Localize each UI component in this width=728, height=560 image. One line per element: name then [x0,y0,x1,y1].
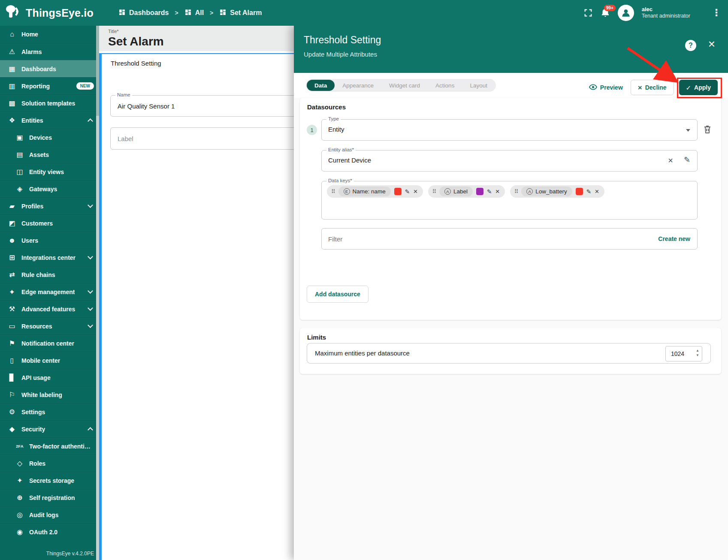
datasource-type-select[interactable]: Type Entity [321,119,698,141]
sidebar-item-profiles[interactable]: ▰Profiles [0,197,99,214]
sidebar-item-advanced-features[interactable]: ⚒Advanced features [0,300,99,317]
sidebar-scrollbar[interactable] [96,26,99,560]
sidebar-item-solution-templates[interactable]: ▩Solution templates [0,94,99,111]
sidebar-item-white-labeling[interactable]: ⚐White labeling [0,386,99,403]
key-color-swatch[interactable] [576,188,583,195]
tab-actions[interactable]: Actions [428,80,462,91]
key-color-swatch[interactable] [394,188,402,195]
sidebar-item-notification-center[interactable]: ⚑Notification center [0,334,99,352]
tab-layout[interactable]: Layout [462,80,495,91]
sidebar-item-self-registration[interactable]: ⊕Self registration [0,489,99,506]
sidebar-item-audit-logs[interactable]: ◎Audit logs [0,506,99,523]
drag-handle-icon[interactable]: ⠿ [432,188,436,195]
sidebar-item-customers[interactable]: ◩Customers [0,214,99,232]
sidebar-item-assets[interactable]: ▤Assets [0,146,99,163]
sidebar-item-integrations-center[interactable]: ⊞Integrations center [0,249,99,266]
sidebar-item-api-usage[interactable]: ▊API usage [0,369,99,386]
sidebar-item-security[interactable]: ◆Security [0,420,99,437]
sidebar-item-reporting[interactable]: ▥ReportingNEW [0,77,99,94]
clear-alias-icon[interactable]: × [668,156,673,165]
widget-name-input[interactable] [111,96,294,116]
sidebar-item-users[interactable]: ☻Users [0,232,99,249]
tab-data[interactable]: Data [307,80,335,91]
number-stepper[interactable]: ▲▼ [696,349,699,357]
settings-icon: ⚙ [7,408,17,416]
sidebar-item-home[interactable]: ⌂Home [0,26,99,43]
selected-widget-card[interactable]: Threshold Setting Name [99,53,294,560]
add-datasource-button[interactable]: Add datasource [307,286,369,303]
entity-alias-field[interactable]: Entity alias* Current Device × ✎ [321,150,698,172]
resources-icon: ▭ [7,322,17,330]
dashboard-grid-icon [118,9,126,18]
edit-key-icon[interactable]: ✎ [487,188,492,195]
sidebar-item-label: Solution templates [21,100,75,107]
chevron-down-icon[interactable] [686,129,690,132]
key-type-icon: E [344,188,350,195]
sidebar-item-roles[interactable]: ◇Roles [0,455,99,472]
remove-key-icon[interactable]: × [414,188,418,195]
decline-button[interactable]: × Decline [631,80,674,95]
sidebar-item-label: Two-factor authenticati… [29,443,94,450]
sidebar-item-two-factor-authenticati[interactable]: 2FATwo-factor authenticati… [0,437,99,455]
data-keys-field[interactable]: Data keys* ⠿EName: name✎×⠿ALabel✎×⠿ALow_… [321,181,698,220]
app-logo[interactable]: ThingsEye.io [0,5,103,21]
sidebar-item-entities[interactable]: ❖Entities [0,111,99,129]
sidebar-item-label: Security [21,426,45,433]
widget-name-field: Name [110,95,294,117]
widget-label-input[interactable] [111,128,294,149]
drag-handle-icon[interactable]: ⠿ [514,188,518,195]
sidebar-item-dashboards[interactable]: ▦Dashboards [0,60,99,77]
sidebar-item-settings[interactable]: ⚙Settings [0,403,99,420]
dashboard-title[interactable]: Set Alarm [108,35,294,48]
close-icon[interactable]: × [708,38,715,50]
breadcrumb-item-dashboards[interactable]: Dashboards [118,9,169,18]
data-key-chip-name-name[interactable]: ⠿EName: name✎× [327,185,423,198]
sidebar-item-edge-management[interactable]: ⌖Edge management [0,283,99,300]
max-entities-input[interactable] [666,346,690,361]
data-key-chip-label[interactable]: ⠿ALabel✎× [428,185,505,198]
remove-key-icon[interactable]: × [595,188,599,195]
sidebar-item-rule-chains[interactable]: ⇄Rule chains [0,266,99,283]
edit-key-icon[interactable]: ✎ [586,188,592,195]
dashboards-icon: ▦ [7,65,17,73]
data-key-label: Name: name [353,188,386,195]
create-new-link[interactable]: Create new [658,235,690,242]
sidebar-item-entity-views[interactable]: ◫Entity views [0,163,99,180]
sidebar-item-alarms[interactable]: ⚠Alarms [0,43,99,60]
dashboard-editor-panel: Title* Set Alarm Threshold Setting Name [99,26,294,560]
key-color-swatch[interactable] [476,188,483,195]
drag-handle-icon[interactable]: ⠿ [331,188,335,195]
sidebar-item-label: Advanced features [21,306,75,313]
avatar[interactable] [618,5,634,21]
more-menu-icon[interactable]: ⋮ [709,7,724,18]
notifications-bell-icon[interactable]: 99+ [601,8,610,18]
sidebar-item-resources[interactable]: ▭Resources [0,317,99,334]
sidebar-item-label: Devices [29,134,52,141]
edit-key-icon[interactable]: ✎ [405,188,410,195]
data-key-chip-low-battery[interactable]: ⠿ALow_battery✎× [510,185,604,198]
edit-alias-icon[interactable]: ✎ [684,156,690,164]
apply-button[interactable]: ✓ Apply [679,80,718,95]
remove-key-icon[interactable]: × [495,188,500,195]
sidebar-item-label: Gateways [29,186,57,193]
tab-appearance[interactable]: Appearance [335,80,381,91]
chevron-up-icon [88,118,93,124]
sidebar-item-mobile-center[interactable]: ▯Mobile center [0,352,99,369]
alarms-icon: ⚠ [7,48,17,56]
delete-datasource-icon[interactable] [703,125,712,136]
sidebar-scrollbar-thumb[interactable] [96,26,99,116]
filter-input[interactable] [322,229,585,249]
fullscreen-icon[interactable] [583,8,593,18]
widget-settings-dialog: Threshold Setting Update Multiple Attrib… [294,26,728,560]
preview-button[interactable]: Preview [589,84,623,91]
users-icon: ☻ [7,237,17,244]
tab-widget-card[interactable]: Widget card [381,80,428,91]
sidebar-item-secrets-storage[interactable]: ✦Secrets storage [0,472,99,489]
sidebar-item-gateways[interactable]: ◈Gateways [0,180,99,197]
sidebar-item-oauth-2-0[interactable]: ◉OAuth 2.0 [0,523,99,540]
breadcrumb-item-all[interactable]: All [184,9,204,18]
breadcrumb-item-set-alarm[interactable]: Set Alarm [219,9,262,18]
app-version: ThingsEye v.4.2.0PE [46,551,94,557]
help-icon[interactable]: ? [685,40,696,51]
sidebar-item-devices[interactable]: ▣Devices [0,129,99,146]
